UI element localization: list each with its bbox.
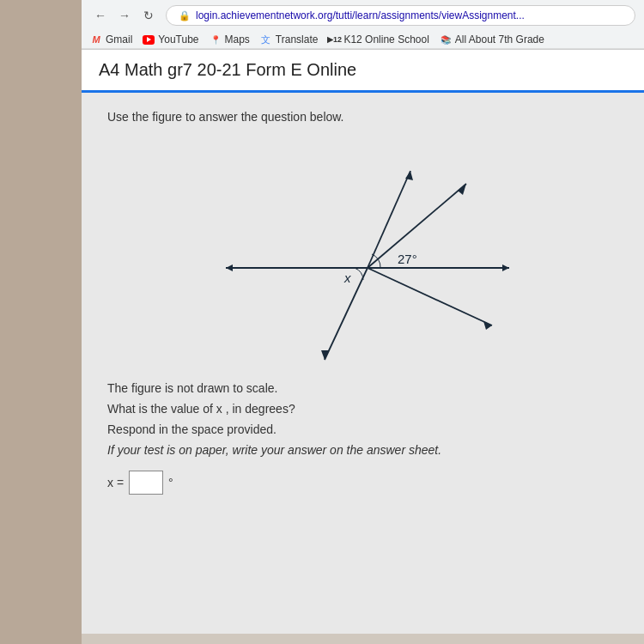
bookmark-k12[interactable]: ▶12 K12 Online School [328, 33, 428, 46]
bookmark-youtube-label: YouTube [158, 33, 198, 46]
bookmark-7thgrade-label: All About 7th Grade [455, 33, 544, 46]
bookmark-gmail[interactable]: M Gmail [90, 33, 132, 46]
refresh-button[interactable]: ↻ [138, 5, 159, 26]
instruction-text: Use the figure to answer the question be… [107, 110, 618, 124]
page-content: A4 Math gr7 20-21 Form E Online Use the … [82, 50, 644, 634]
svg-marker-1 [226, 264, 233, 271]
address-bar[interactable]: 🔒 login.achievementnetwork.org/tutti/lea… [166, 5, 635, 26]
bookmark-maps[interactable]: 📍 Maps [210, 33, 250, 46]
7thgrade-icon: 📚 [440, 33, 452, 46]
page-header: A4 Math gr7 20-21 Form E Online [82, 50, 644, 93]
page-title: A4 Math gr7 20-21 Form E Online [99, 60, 627, 80]
svg-text:27°: 27° [398, 252, 417, 266]
svg-marker-10 [321, 350, 329, 360]
maps-icon: 📍 [210, 33, 222, 46]
not-to-scale-text: The figure is not drawn to scale. [107, 381, 618, 395]
degree-symbol: ° [168, 476, 173, 489]
translate-icon: 文 [260, 33, 272, 46]
bookmarks-bar: M Gmail YouTube 📍 Maps 文 Translate [82, 31, 644, 49]
bookmark-translate[interactable]: 文 Translate [260, 33, 319, 46]
svg-line-7 [368, 268, 492, 325]
bookmark-7thgrade[interactable]: 📚 All About 7th Grade [440, 33, 544, 46]
bookmark-gmail-label: Gmail [106, 33, 132, 46]
left-edge [0, 0, 82, 644]
k12-icon: ▶12 [328, 33, 340, 46]
geometry-figure: 27° x [200, 141, 526, 373]
content-area: Use the figure to answer the question be… [82, 93, 644, 512]
gmail-icon: M [90, 33, 102, 46]
bookmark-k12-label: K12 Online School [343, 33, 428, 46]
url-text: login.achievementnetwork.org/tutti/learn… [196, 9, 525, 21]
svg-marker-2 [502, 264, 509, 271]
answer-prefix: x = [107, 476, 124, 489]
youtube-icon [143, 33, 155, 46]
svg-marker-8 [483, 321, 492, 330]
italic-note: If your test is on paper, write your ans… [107, 443, 618, 457]
svg-text:x: x [343, 270, 351, 285]
answer-input[interactable] [129, 471, 163, 495]
bookmark-translate-label: Translate [276, 33, 319, 46]
back-button[interactable]: ← [90, 5, 111, 26]
forward-button[interactable]: → [114, 5, 135, 26]
browser-chrome: ← → ↻ 🔒 login.achievementnetwork.org/tut… [82, 0, 644, 50]
question-value-text: What is the value of x , in degrees? [107, 402, 618, 416]
figure-container: 27° x [107, 141, 618, 373]
question-section: The figure is not drawn to scale. What i… [107, 381, 618, 495]
lock-icon: 🔒 [179, 10, 191, 21]
bookmark-youtube[interactable]: YouTube [143, 33, 198, 46]
answer-row: x = ° [107, 471, 618, 495]
address-bar-row: ← → ↻ 🔒 login.achievementnetwork.org/tut… [82, 0, 644, 31]
bookmark-maps-label: Maps [225, 33, 250, 46]
nav-buttons: ← → ↻ [90, 5, 159, 26]
question-respond-text: Respond in the space provided. [107, 422, 618, 436]
